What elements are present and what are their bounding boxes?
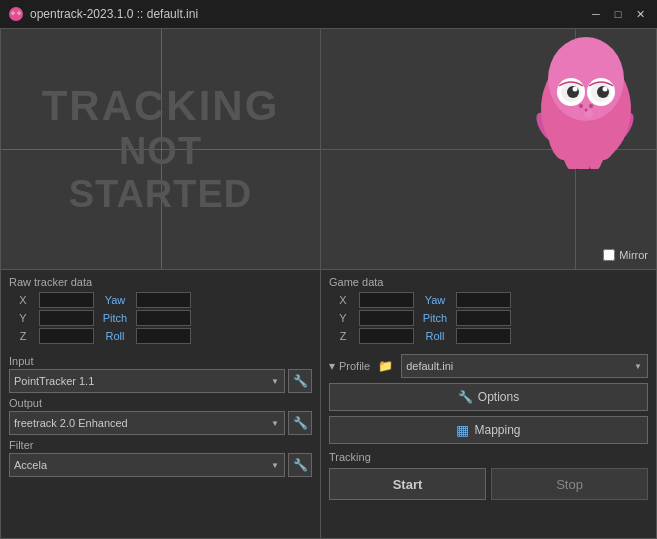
filter-wrench-icon: 🔧 (293, 458, 308, 472)
input-row: PointTracker 1.1 🔧 (9, 369, 312, 393)
start-stop-row: Start Stop (329, 468, 648, 500)
game-roll-value[interactable] (456, 328, 511, 344)
options-label: Options (478, 390, 519, 404)
right-tracker-display: Mirror (321, 29, 656, 269)
svg-point-4 (18, 12, 19, 13)
game-yaw-value[interactable] (456, 292, 511, 308)
profile-select[interactable]: default.ini (401, 354, 648, 378)
game-roll-label: Roll (416, 330, 454, 342)
options-wrench-icon: 🔧 (458, 390, 473, 404)
input-select[interactable]: PointTracker 1.1 (9, 369, 285, 393)
raw-yaw-label: Yaw (96, 294, 134, 306)
tracking-status-text: TRACKING NOT STARTED (42, 82, 280, 216)
input-header: Input (9, 355, 312, 367)
profile-label: Profile (339, 360, 370, 372)
tracking-label: Tracking (329, 451, 648, 463)
profile-row: ▾ Profile 📁 default.ini (329, 354, 648, 378)
svg-point-0 (9, 7, 23, 21)
game-y-label: Y (329, 312, 357, 324)
filter-config-button[interactable]: 🔧 (288, 453, 312, 477)
titlebar-left: opentrack-2023.1.0 :: default.ini (8, 6, 198, 22)
game-z-value[interactable] (359, 328, 414, 344)
output-config-button[interactable]: 🔧 (288, 411, 312, 435)
mascot-container (531, 34, 641, 172)
filter-select[interactable]: Accela (9, 453, 285, 477)
octopus-mascot (531, 34, 641, 169)
raw-roll-label: Roll (96, 330, 134, 342)
close-button[interactable]: ✕ (631, 5, 649, 23)
output-row: freetrack 2.0 Enhanced 🔧 (9, 411, 312, 435)
titlebar: opentrack-2023.1.0 :: default.ini ─ □ ✕ (0, 0, 657, 28)
input-config-button[interactable]: 🔧 (288, 369, 312, 393)
profile-select-wrapper: default.ini (401, 354, 648, 378)
titlebar-controls: ─ □ ✕ (587, 5, 649, 23)
raw-y-value[interactable] (39, 310, 94, 326)
raw-z-label: Z (9, 330, 37, 342)
left-panel: TRACKING NOT STARTED Raw tracker data X … (1, 29, 321, 538)
tracking-line2: NOT STARTED (42, 130, 280, 216)
raw-pitch-label: Pitch (96, 312, 134, 324)
tracking-line1: TRACKING (42, 82, 280, 130)
game-z-label: Z (329, 330, 357, 342)
output-wrench-icon: 🔧 (293, 416, 308, 430)
game-yaw-label: Yaw (416, 294, 454, 306)
raw-x-label: X (9, 294, 37, 306)
stop-button[interactable]: Stop (491, 468, 648, 500)
game-pitch-value[interactable] (456, 310, 511, 326)
output-header: Output (9, 397, 312, 409)
profile-section: ▾ Profile 📁 default.ini 🔧 Options (321, 348, 656, 538)
game-data-title: Game data (329, 276, 648, 288)
mapping-grid-icon: ▦ (456, 422, 469, 438)
content-area: TRACKING NOT STARTED Raw tracker data X … (1, 29, 656, 538)
svg-point-24 (603, 87, 608, 92)
game-x-value[interactable] (359, 292, 414, 308)
svg-point-26 (589, 104, 593, 108)
options-row: 🔧 Options (329, 383, 648, 411)
profile-folder-icon: 📁 (378, 359, 393, 373)
input-wrench-icon: 🔧 (293, 374, 308, 388)
raw-tracker-section: Raw tracker data X Yaw Y Pitch Z Roll (1, 269, 320, 348)
mapping-button[interactable]: ▦ Mapping (329, 416, 648, 444)
output-select[interactable]: freetrack 2.0 Enhanced (9, 411, 285, 435)
game-pitch-label: Pitch (416, 312, 454, 324)
start-button[interactable]: Start (329, 468, 486, 500)
input-select-wrapper: PointTracker 1.1 (9, 369, 285, 393)
raw-x-value[interactable] (39, 292, 94, 308)
game-x-label: X (329, 294, 357, 306)
profile-chevron-icon: ▾ (329, 359, 335, 373)
mirror-label: Mirror (619, 249, 648, 261)
svg-point-25 (579, 104, 583, 108)
raw-yaw-value[interactable] (136, 292, 191, 308)
svg-point-3 (12, 12, 13, 13)
right-panel: Mirror Game data X Yaw Y Pitch Z Ro (321, 29, 656, 538)
filter-select-wrapper: Accela (9, 453, 285, 477)
window-title: opentrack-2023.1.0 :: default.ini (30, 7, 198, 21)
raw-roll-value[interactable] (136, 328, 191, 344)
raw-y-label: Y (9, 312, 37, 324)
mirror-area: Mirror (603, 249, 648, 261)
svg-point-23 (573, 87, 578, 92)
output-select-wrapper: freetrack 2.0 Enhanced (9, 411, 285, 435)
controls-section: Input PointTracker 1.1 🔧 Output (1, 348, 320, 538)
tracker-display: TRACKING NOT STARTED (1, 29, 320, 269)
options-button[interactable]: 🔧 Options (329, 383, 648, 411)
mirror-checkbox[interactable] (603, 249, 615, 261)
raw-pitch-value[interactable] (136, 310, 191, 326)
game-y-value[interactable] (359, 310, 414, 326)
svg-point-13 (548, 37, 624, 121)
maximize-button[interactable]: □ (609, 5, 627, 23)
app-icon (8, 6, 24, 22)
mapping-label: Mapping (474, 423, 520, 437)
raw-tracker-title: Raw tracker data (9, 276, 312, 288)
filter-row: Accela 🔧 (9, 453, 312, 477)
svg-point-27 (585, 109, 588, 112)
filter-header: Filter (9, 439, 312, 451)
minimize-button[interactable]: ─ (587, 5, 605, 23)
main-window: TRACKING NOT STARTED Raw tracker data X … (0, 28, 657, 539)
game-data-section: Game data X Yaw Y Pitch Z Roll (321, 269, 656, 348)
raw-z-value[interactable] (39, 328, 94, 344)
mapping-row: ▦ Mapping (329, 416, 648, 444)
